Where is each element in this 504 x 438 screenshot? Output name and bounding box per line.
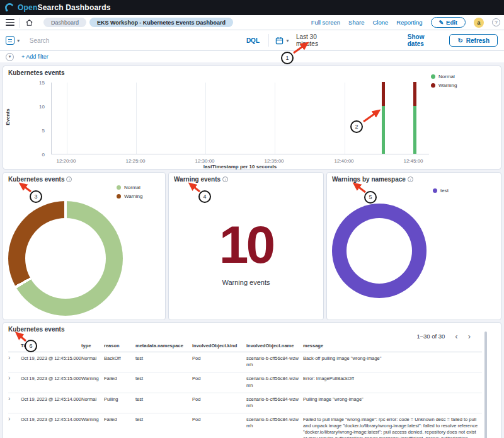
column-header-message[interactable]: message xyxy=(303,343,482,349)
divider xyxy=(20,18,20,28)
panel-title: Kubernetes events xyxy=(8,69,64,76)
table-row: ›Oct 19, 2023 @ 12:45:14.000NormalPullin… xyxy=(8,393,482,413)
column-header-type[interactable]: type xyxy=(81,343,104,349)
table-scrollbar[interactable] xyxy=(484,331,487,438)
filter-bar: ▾ + Add filter xyxy=(0,51,504,62)
info-icon[interactable]: i xyxy=(222,176,228,182)
reporting-link[interactable]: Reporting xyxy=(396,19,422,26)
dql-button[interactable]: DQL xyxy=(246,37,260,44)
column-header-reason[interactable]: reason xyxy=(104,343,135,349)
annotation-circle-3: 3 xyxy=(30,190,42,203)
legend-item-normal[interactable]: Normal xyxy=(117,185,143,190)
panel-warning-events-metric: Warning eventsi 10 Warning events xyxy=(168,172,324,320)
bar-segment-warning[interactable] xyxy=(382,82,385,106)
stacked-bar[interactable] xyxy=(382,82,385,154)
column-header-kind[interactable]: involvedObject.kind xyxy=(192,343,246,349)
legend-dot xyxy=(117,194,121,199)
table-cell: BackOff xyxy=(104,355,135,362)
table-cell: Pod xyxy=(192,355,246,362)
table-cell: Oct 19, 2023 @ 12:45:15.000 xyxy=(21,376,81,382)
legend-dot xyxy=(117,185,121,190)
panel-title: Warnings by namespacei xyxy=(332,176,413,183)
avatar[interactable]: a xyxy=(474,18,484,28)
donut-hole xyxy=(346,218,412,284)
chevron-down-icon[interactable]: ▼ xyxy=(285,38,290,43)
histogram-plot-area xyxy=(51,83,429,154)
full-screen-link[interactable]: Full screen xyxy=(311,19,340,26)
table-cell: Failed to pull image "wrong-image": rpc … xyxy=(303,417,482,438)
donut-legend: Normal Warning xyxy=(117,185,143,199)
legend-item-test[interactable]: test xyxy=(433,188,449,193)
help-icon[interactable]: ? xyxy=(492,18,500,26)
table-body: ›Oct 19, 2023 @ 12:45:15.000NormalBackOf… xyxy=(8,352,482,438)
histogram-legend: Normal Warning xyxy=(431,74,457,88)
table-cell: Pulling xyxy=(104,396,135,403)
expand-row-icon[interactable]: › xyxy=(8,376,21,381)
y-tick: 0 xyxy=(7,152,45,158)
table-cell: Error: ImagePullBackOff xyxy=(303,376,482,382)
legend-dot xyxy=(433,188,437,193)
metric-label: Warning events xyxy=(169,279,323,286)
add-filter-button[interactable]: + Add filter xyxy=(21,54,49,60)
breadcrumb: Dashboard EKS Workshop - Kubernetes Even… xyxy=(43,18,233,27)
table-cell: Failed xyxy=(104,376,135,382)
show-dates-button[interactable]: Show dates xyxy=(408,33,441,47)
menu-icon[interactable] xyxy=(6,19,14,26)
previous-page-icon[interactable]: ‹ xyxy=(455,333,457,340)
table-header-row: Time▼ type reason metadata.namespace inv… xyxy=(8,343,482,352)
table-cell: Warning xyxy=(81,376,104,382)
info-icon[interactable]: i xyxy=(408,176,413,182)
bar-segment-warning[interactable] xyxy=(413,82,416,106)
table-cell: Oct 19, 2023 @ 12:45:14.000 xyxy=(21,417,81,423)
column-header-name[interactable]: involvedObject.name xyxy=(246,343,303,349)
next-page-icon[interactable]: › xyxy=(468,333,471,340)
x-tick: 12:35:00 xyxy=(264,158,284,164)
table-cell: Pod xyxy=(192,376,246,382)
info-icon[interactable]: i xyxy=(66,176,72,182)
annotation-circle-6: 6 xyxy=(25,340,37,352)
table-cell: Pod xyxy=(192,417,246,423)
legend-item-normal[interactable]: Normal xyxy=(431,74,457,79)
expand-row-icon[interactable]: › xyxy=(8,417,21,422)
breadcrumb-current-dashboard[interactable]: EKS Workshop - Kubernetes Events Dashboa… xyxy=(89,18,233,27)
clone-link[interactable]: Clone xyxy=(372,19,388,26)
x-tick: 12:25:00 xyxy=(125,158,145,164)
pencil-icon: ✎ xyxy=(439,20,444,26)
table-cell: Normal xyxy=(81,396,104,403)
panel-title: Kubernetes events xyxy=(8,326,64,333)
search-input[interactable] xyxy=(30,37,246,44)
column-header-namespace[interactable]: metadata.namespace xyxy=(135,343,192,349)
filter-options-icon[interactable]: ▾ xyxy=(6,53,14,61)
home-icon[interactable] xyxy=(25,18,33,26)
stacked-bar[interactable] xyxy=(413,82,416,154)
pagination: 1–30 of 30 ‹ › xyxy=(416,333,471,340)
chevron-down-icon[interactable]: ▼ xyxy=(16,38,21,43)
breadcrumb-dashboard[interactable]: Dashboard xyxy=(43,18,86,27)
top-header: OpenSearch Dashboards xyxy=(0,0,504,15)
nav-bar: Dashboard EKS Workshop - Kubernetes Even… xyxy=(0,15,504,30)
opensearch-logo-icon xyxy=(5,3,14,12)
time-range-value[interactable]: Last 30 minutes xyxy=(296,33,338,47)
bar-segment-normal[interactable] xyxy=(413,106,416,154)
panel-title: Kubernetes eventsi xyxy=(8,176,72,183)
bar-segment-normal[interactable] xyxy=(382,106,385,154)
annotation-circle-2: 2 xyxy=(350,120,363,133)
table-row: ›Oct 19, 2023 @ 12:45:14.000WarningFaile… xyxy=(8,413,482,438)
share-link[interactable]: Share xyxy=(348,19,364,26)
expand-row-icon[interactable]: › xyxy=(8,396,21,401)
y-axis-label: Events xyxy=(5,89,11,146)
legend-dot xyxy=(431,83,435,88)
refresh-button[interactable]: ↻Refresh xyxy=(449,34,498,47)
edit-button[interactable]: ✎Edit xyxy=(431,17,466,28)
y-tick: 15 xyxy=(7,80,45,86)
query-language-icon[interactable] xyxy=(6,36,14,45)
pagination-range: 1–30 of 30 xyxy=(416,333,445,340)
expand-row-icon[interactable]: › xyxy=(8,355,21,360)
x-tick: 12:20:00 xyxy=(56,158,76,164)
app-title: OpenSearch Dashboards xyxy=(18,3,111,12)
legend-item-warning[interactable]: Warning xyxy=(117,193,143,199)
calendar-icon[interactable] xyxy=(275,37,284,45)
legend-item-warning[interactable]: Warning xyxy=(431,83,457,88)
table-cell: scenario-b-cff56c84-wzwmh xyxy=(246,396,303,409)
table-cell: Back-off pulling image "wrong-image" xyxy=(303,355,482,362)
